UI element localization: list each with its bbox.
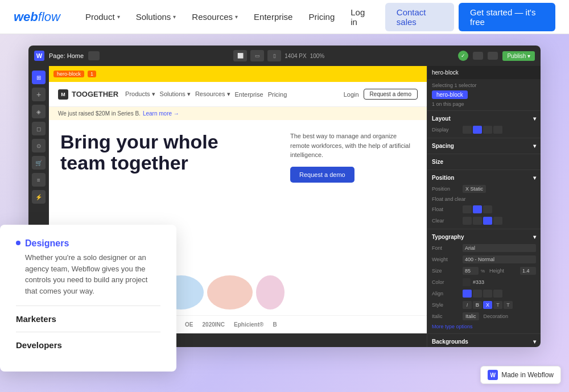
device-tablet-icon[interactable]: ▭ <box>250 50 264 61</box>
device-mobile-icon[interactable]: ▯ <box>267 50 281 61</box>
contact-sales-button[interactable]: Contact sales <box>385 3 454 31</box>
clear-both-btn[interactable] <box>473 217 482 225</box>
sidebar-navigator-icon[interactable]: ⊞ <box>32 71 46 84</box>
typography-section-header[interactable]: Typography ▾ <box>432 232 536 242</box>
position-section-header[interactable]: Position ▾ <box>432 172 536 183</box>
decoration-row: Italic Italic Decoration <box>432 311 536 322</box>
announcement-bar: We just raised $20M in Series B. Learn m… <box>49 107 427 120</box>
made-badge-text: Made in Webflow <box>501 371 554 379</box>
preview-icon[interactable] <box>488 52 498 60</box>
display-none-btn[interactable] <box>493 126 502 134</box>
dropdown-item-marketers[interactable]: Marketers <box>16 306 160 332</box>
chevron-down-icon: ▾ <box>117 14 120 20</box>
font-row: Font Arial <box>432 242 536 254</box>
dropdown-item-developers[interactable]: Developers <box>16 332 160 358</box>
size-section-header[interactable]: Size <box>432 156 536 167</box>
nav-item-solutions[interactable]: Solutions ▾ <box>129 9 183 25</box>
circle-pink <box>256 275 284 310</box>
publish-button[interactable]: Publish ▾ <box>502 51 535 61</box>
editor-page-label: Page: Home <box>49 52 84 59</box>
login-button[interactable]: Log in <box>341 4 381 30</box>
selected-count: 1 <box>88 71 96 77</box>
editor-topbar-left: W Page: Home <box>34 51 100 61</box>
align-left-btn[interactable] <box>463 290 472 298</box>
hero-area: W Page: Home ⬜ ▭ ▯ 1404 PX 100% <box>0 34 569 392</box>
super-btn[interactable]: T <box>493 301 502 309</box>
webflow-editor-logo: W <box>34 51 44 61</box>
sidebar-pages-icon[interactable]: ≡ <box>32 173 46 187</box>
clear-none-btn[interactable] <box>483 217 492 225</box>
align-right-btn[interactable] <box>483 290 492 298</box>
canvas-width: 1404 PX <box>284 53 306 59</box>
status-indicator: ✓ <box>458 51 468 61</box>
share-icon[interactable] <box>473 52 483 60</box>
italic-btn[interactable]: I <box>463 301 472 309</box>
editor-refresh-icon[interactable] <box>88 51 100 60</box>
spacing-section-header[interactable]: Spacing ▾ <box>432 141 536 151</box>
panel-section-spacing: Spacing ▾ <box>427 138 541 154</box>
inner-nav-enterprise: Enterprise <box>235 90 263 98</box>
clear-left-btn[interactable] <box>463 217 472 225</box>
selector-count: 1 on this page <box>432 101 536 107</box>
float-none-btn[interactable] <box>473 205 482 213</box>
sidebar-assets-icon[interactable]: ◻ <box>32 122 46 135</box>
nav-links: Product ▾ Solutions ▾ Resources ▾ Enterp… <box>79 9 341 25</box>
inner-login: Login <box>344 91 359 98</box>
caps-btn[interactable]: X <box>483 301 492 309</box>
dropdown-item-designers[interactable]: Designers Whether you're a solo designer… <box>16 238 160 296</box>
sub-btn[interactable]: T <box>504 301 513 309</box>
bold-btn[interactable]: B <box>473 301 482 309</box>
panel-selector: Selecting 1 selector hero-block 1 on thi… <box>427 79 541 111</box>
panel-section-position: Position ▾ Position X Static Float and c… <box>427 170 541 229</box>
sidebar-cms-icon[interactable]: ⊙ <box>32 139 46 152</box>
clear-right-btn[interactable] <box>493 217 502 225</box>
editor-topbar-right: ✓ Publish ▾ <box>458 51 535 61</box>
sidebar-add-icon[interactable]: + <box>32 88 46 101</box>
inner-nav-links: Products ▾ Solutions ▾ Resources ▾ Enter… <box>125 90 337 98</box>
inner-site-logo: M TOOGETHER <box>58 89 118 100</box>
float-left-btn[interactable] <box>463 205 472 213</box>
partner-ephicient: Ephicient® <box>234 321 263 328</box>
editor-right-panel: hero-block Selecting 1 selector hero-blo… <box>427 66 541 347</box>
more-type-options[interactable]: More type options <box>432 322 536 331</box>
display-row: Display <box>432 124 536 135</box>
main-nav: webflow Product ▾ Solutions ▾ Resources … <box>0 0 569 34</box>
sidebar-logic-icon[interactable]: ⚡ <box>32 190 46 204</box>
size-height-row: Size 85 % Height 1.4 <box>432 265 536 277</box>
inner-nav: M TOOGETHER Products ▾ Solutions ▾ Resou… <box>49 82 427 107</box>
align-center-btn[interactable] <box>473 290 482 298</box>
float-right-btn[interactable] <box>483 205 492 213</box>
nav-item-resources[interactable]: Resources ▾ <box>185 9 245 25</box>
circle-salmon <box>207 275 253 310</box>
product-dropdown: Designers Whether you're a solo designer… <box>0 225 176 372</box>
nav-item-product[interactable]: Product ▾ <box>79 9 127 25</box>
display-buttons <box>463 126 502 134</box>
inner-logo-icon: M <box>58 89 68 100</box>
display-block-btn[interactable] <box>463 126 472 134</box>
get-started-button[interactable]: Get started — it's free <box>459 3 555 31</box>
display-grid-btn[interactable] <box>483 126 492 134</box>
color-picker[interactable]: #333 <box>463 278 484 286</box>
active-indicator <box>16 241 20 245</box>
webflow-logo[interactable]: webflow <box>14 10 60 24</box>
style-row: Style I B X T T <box>432 299 536 311</box>
nav-item-enterprise[interactable]: Enterprise <box>247 9 299 25</box>
weight-select[interactable]: 400 - Normal <box>463 255 536 263</box>
sidebar-components-icon[interactable]: ◈ <box>32 105 46 118</box>
made-in-webflow-badge[interactable]: W Made in Webflow <box>480 366 561 384</box>
size-input[interactable]: 85 <box>463 267 479 275</box>
layout-section-header[interactable]: Layout ▾ <box>432 113 536 124</box>
nav-item-pricing[interactable]: Pricing <box>302 9 341 25</box>
inner-nav-solutions: Solutions ▾ <box>160 90 191 98</box>
float-row: Float <box>432 204 536 215</box>
clear-buttons <box>463 217 502 225</box>
display-flex-btn[interactable] <box>473 126 482 134</box>
selector-badge[interactable]: hero-block <box>432 90 468 99</box>
sidebar-ecommerce-icon[interactable]: 🛒 <box>32 156 46 170</box>
align-justify-btn[interactable] <box>493 290 502 298</box>
designers-content: Designers Whether you're a solo designer… <box>25 238 160 296</box>
device-desktop-icon[interactable]: ⬜ <box>233 50 247 61</box>
font-select[interactable]: Arial <box>463 244 536 252</box>
backgrounds-section-header[interactable]: Backgrounds ▾ <box>432 336 536 347</box>
height-input[interactable]: 1.4 <box>520 267 536 275</box>
